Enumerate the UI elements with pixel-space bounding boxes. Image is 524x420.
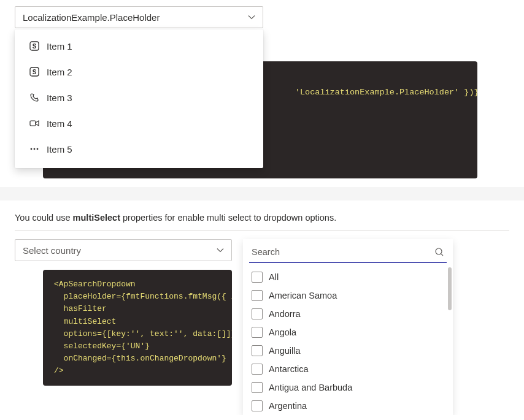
divider [15, 230, 509, 231]
option-row[interactable]: Antarctica [249, 360, 443, 378]
phone-icon [28, 91, 40, 104]
option-row[interactable]: American Samoa [249, 286, 443, 305]
search-input[interactable] [252, 242, 434, 262]
dropdown-item-label: Item 2 [47, 67, 72, 77]
select-country-placeholder: Select country [23, 245, 217, 256]
code-block-2: <ApSearchDropdown placeHolder={fmtFuncti… [43, 270, 232, 386]
dropdown-item[interactable]: Item 3 [15, 85, 263, 110]
svg-point-6 [34, 148, 36, 150]
option-label: Argentina [269, 401, 307, 411]
options-list[interactable]: AllAmerican SamoaAndorraAngolaAnguillaAn… [249, 268, 447, 415]
option-row[interactable]: Antigua and Barbuda [249, 378, 443, 397]
search-icon [434, 247, 444, 257]
svg-point-7 [37, 148, 39, 150]
svg-line-9 [441, 254, 443, 256]
svg-text:S: S [33, 69, 37, 75]
checkbox[interactable] [252, 272, 263, 283]
localization-dropdown[interactable]: LocalizationExample.PlaceHolder [15, 6, 263, 28]
dropdown-item-label: Item 1 [47, 41, 72, 52]
option-row[interactable]: Argentina [249, 397, 443, 415]
checkbox[interactable] [252, 327, 263, 338]
checkbox[interactable] [252, 400, 263, 411]
option-label: Angola [269, 327, 296, 337]
dropdown-item-label: Item 5 [47, 144, 72, 155]
svg-point-8 [436, 248, 442, 254]
option-row[interactable]: Anguilla [249, 342, 443, 360]
chevron-down-icon [248, 13, 255, 21]
option-label: American Samoa [269, 291, 337, 300]
checkbox[interactable] [252, 364, 263, 375]
option-row[interactable]: All [249, 268, 443, 286]
dropdown-item-label: Item 3 [47, 93, 72, 103]
search-wrap [249, 242, 447, 263]
dots-icon [28, 143, 40, 155]
svg-text:S: S [33, 43, 37, 50]
checkbox[interactable] [252, 382, 263, 393]
svg-point-5 [31, 148, 33, 150]
dropdown-item[interactable]: SItem 1 [15, 33, 263, 59]
option-row[interactable]: Andorra [249, 305, 443, 323]
scrollbar-thumb[interactable] [448, 267, 452, 310]
chevron-down-icon [217, 246, 224, 254]
dropdown-item[interactable]: Item 4 [15, 110, 263, 136]
option-row[interactable]: Angola [249, 323, 443, 342]
dropdown-item[interactable]: SItem 2 [15, 59, 263, 85]
option-label: Antarctica [269, 364, 308, 374]
country-options-popup: AllAmerican SamoaAndorraAngolaAnguillaAn… [243, 239, 453, 415]
s-box-icon: S [28, 66, 40, 78]
section-divider [0, 187, 524, 200]
option-label: Antigua and Barbuda [269, 383, 352, 392]
checkbox[interactable] [252, 345, 263, 356]
dropdown-item-label: Item 4 [47, 118, 72, 129]
video-icon [28, 117, 40, 129]
checkbox[interactable] [252, 308, 263, 319]
dropdown-item[interactable]: Item 5 [15, 136, 263, 162]
option-label: All [269, 272, 279, 282]
option-label: Anguilla [269, 346, 301, 356]
select-country-dropdown[interactable]: Select country [15, 239, 232, 261]
s-box-icon: S [28, 40, 40, 52]
checkbox[interactable] [252, 290, 263, 301]
localization-dropdown-menu: SItem 1SItem 2Item 3Item 4Item 5 [15, 29, 263, 168]
multiselect-description: You could use multiSelect properties for… [15, 213, 509, 223]
option-label: Andorra [269, 309, 301, 319]
localization-dropdown-placeholder: LocalizationExample.PlaceHolder [23, 12, 248, 23]
svg-rect-4 [30, 121, 36, 126]
